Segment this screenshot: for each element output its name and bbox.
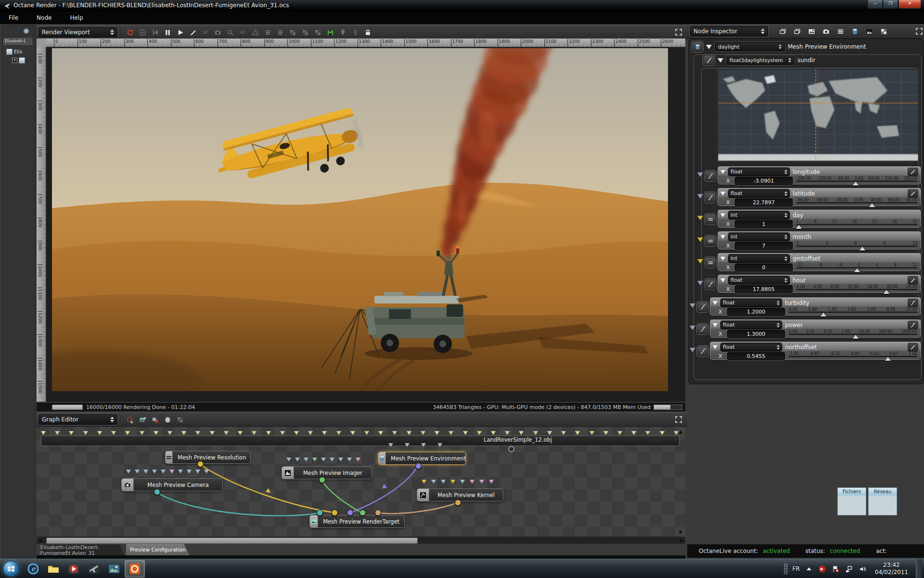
menu-node[interactable]: Node <box>34 13 54 22</box>
param-value-field[interactable]: -3.0901 <box>735 177 793 185</box>
rendertarget-input-imager[interactable] <box>359 510 366 516</box>
collapse-triangle-icon[interactable] <box>706 45 712 49</box>
node-input-pin[interactable] <box>295 458 300 461</box>
expand-triangle-icon[interactable] <box>720 257 725 261</box>
int-node-icon[interactable] <box>705 214 716 224</box>
outliner-button[interactable] <box>24 28 29 34</box>
kernel-node-pins[interactable] <box>422 480 494 484</box>
node-input-pin[interactable] <box>338 458 343 461</box>
node-input-pin[interactable] <box>312 458 317 461</box>
volume-icon[interactable] <box>859 565 867 573</box>
image-icon[interactable] <box>806 26 817 37</box>
node-input-pin[interactable] <box>204 470 209 473</box>
sundir-type-dropdown[interactable]: float3daylightsystem <box>726 55 795 65</box>
node-input-pin[interactable] <box>422 480 426 484</box>
collapse-triangle-icon[interactable] <box>697 259 703 263</box>
expand-plus-icon[interactable]: + <box>12 58 17 63</box>
magnifier-icon[interactable] <box>224 27 236 38</box>
param-value-field[interactable]: 0.5455 <box>727 352 785 360</box>
restart-icon[interactable] <box>149 27 161 38</box>
foliage-icon[interactable] <box>349 27 361 38</box>
texture-node-icon[interactable] <box>174 414 186 425</box>
texture-icon[interactable] <box>878 26 889 37</box>
start-button[interactable] <box>3 561 19 577</box>
collapse-triangle-icon[interactable] <box>697 281 703 285</box>
camera-output-socket[interactable] <box>154 489 160 495</box>
graph-horizontal-scrollbar[interactable]: ◀ ▶ <box>37 537 685 544</box>
inspector-fullscreen-icon[interactable] <box>913 26 924 37</box>
viewport-fullscreen-icon[interactable] <box>673 27 684 38</box>
node-input-pin[interactable] <box>450 480 455 484</box>
title-bar[interactable]: Octane Render - F:\BLENDER-FICHIERS-BLEN… <box>0 0 924 12</box>
pause-icon[interactable] <box>162 27 173 38</box>
orbit-icon[interactable] <box>262 27 273 38</box>
param-slider[interactable]: 0.004.008.0012.0016.0020.0024.00 <box>796 285 917 293</box>
graph-node-imager[interactable]: Mesh Preview Imager <box>282 466 372 479</box>
param-slider[interactable]: -90.00-60.00-30.000.0030.0060.0090.00 <box>796 198 917 207</box>
viewport-selector-dropdown[interactable]: Render Viewport <box>38 27 117 38</box>
rendertarget-input-resolution[interactable] <box>332 510 338 516</box>
ruler-icon[interactable] <box>187 27 198 38</box>
node-input-pin[interactable] <box>405 443 410 447</box>
add-image-node-icon[interactable] <box>137 414 148 425</box>
expand-triangle-icon[interactable] <box>713 345 718 349</box>
param-slider[interactable]: 136912 <box>796 241 917 250</box>
collapse-triangle-icon[interactable] <box>718 58 723 63</box>
collapse-triangle-icon[interactable] <box>697 237 703 242</box>
slider-track[interactable] <box>789 312 917 313</box>
slider-handle[interactable] <box>869 203 875 207</box>
param-type-dropdown[interactable]: float <box>720 321 782 329</box>
picker-icon[interactable] <box>337 27 348 38</box>
environment-output-socket[interactable] <box>415 463 422 469</box>
collapse-triangle-icon[interactable] <box>690 303 695 308</box>
tab-scene-file[interactable]: Elisabeth-LostInDesert-FumigeneEt Avion_… <box>40 544 125 556</box>
curve-node-icon[interactable] <box>705 171 716 181</box>
taskbar-clock[interactable]: 23:42 04/02/2011 <box>875 562 908 576</box>
curve-node-icon[interactable] <box>697 324 708 334</box>
layers-copy-icon[interactable] <box>791 26 803 37</box>
collapse-triangle-icon[interactable] <box>690 326 695 330</box>
rendertarget-input-environment[interactable] <box>347 510 353 516</box>
slider-handle[interactable] <box>884 290 889 294</box>
param-slider[interactable]: -180.00-120.00-60.000.0060.00120.00180.0… <box>796 176 917 185</box>
node-input-pin[interactable] <box>460 480 465 484</box>
action-center-flag-icon[interactable] <box>832 565 840 573</box>
node-input-pin[interactable] <box>169 470 174 473</box>
environment-icon[interactable] <box>849 26 860 37</box>
imager-node-pins[interactable] <box>286 458 360 461</box>
node-input-pin[interactable] <box>126 470 131 473</box>
param-value-field[interactable]: 17.8805 <box>735 285 793 293</box>
outliner-tab[interactable]: Elisabeth-L <box>3 38 32 45</box>
fichiers-card[interactable]: Fichiers <box>837 487 866 515</box>
param-slider[interactable]: 161116212631 <box>796 220 917 228</box>
param-type-dropdown[interactable]: int <box>728 211 790 220</box>
reseau-card[interactable]: Réseau <box>868 487 897 515</box>
graph-scroll-down-arrow[interactable]: ▼ <box>679 529 682 535</box>
param-slider[interactable]: -1.00-0.67-0.330.000.330.671.00 <box>789 352 917 360</box>
node-input-pin[interactable] <box>304 458 308 461</box>
param-type-dropdown[interactable]: int <box>728 233 790 241</box>
param-type-dropdown[interactable]: int <box>728 254 790 263</box>
film-icon[interactable] <box>834 26 846 37</box>
environment-icon[interactable] <box>692 41 703 52</box>
param-type-dropdown[interactable]: float <box>720 299 782 307</box>
param-value-field[interactable]: 1.3000 <box>727 330 785 338</box>
checker-alpha-icon[interactable] <box>299 27 311 38</box>
camera-icon[interactable] <box>820 26 832 37</box>
menu-file[interactable]: File <box>6 13 21 22</box>
scroll-left-arrow[interactable]: ◀ <box>38 538 42 543</box>
slider-handle[interactable] <box>821 313 826 316</box>
expand-triangle-icon[interactable] <box>720 170 725 174</box>
layers-icon[interactable] <box>777 26 788 37</box>
slider-track[interactable] <box>796 246 917 247</box>
sun-position-world-map[interactable] <box>718 69 919 161</box>
graph-node-rendertarget[interactable]: Mesh Preview RenderTarget <box>309 515 405 528</box>
param-value-field[interactable]: 7 <box>735 242 793 250</box>
node-input-pin[interactable] <box>143 470 148 473</box>
camera-icon[interactable] <box>212 27 223 38</box>
param-value-field[interactable]: 1.2000 <box>727 308 785 316</box>
pick-target-icon[interactable] <box>124 414 136 425</box>
maximize-button[interactable]: ❐ <box>883 0 898 9</box>
camera-node-pins[interactable] <box>126 470 209 473</box>
collapse-triangle-icon[interactable] <box>697 194 703 198</box>
